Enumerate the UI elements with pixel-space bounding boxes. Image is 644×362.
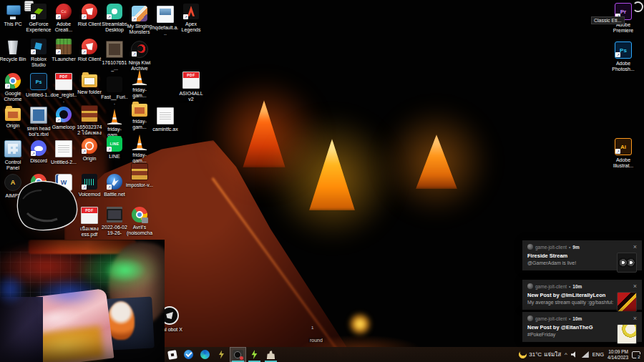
notification-app-name: game-jolt-client: [535, 316, 567, 321]
close-icon[interactable]: ×: [633, 244, 637, 250]
webcam-overlay: [0, 240, 165, 362]
game-jolt-app-icon: [527, 315, 533, 321]
notification-thumbnail: [617, 253, 637, 273]
toast-notification[interactable]: game-jolt-client • 10m × New Post by @Im…: [522, 280, 642, 310]
tooltip: Classic Eti...: [591, 16, 625, 24]
notification-thumbnail: [617, 292, 637, 312]
notification-time: 10m: [572, 316, 582, 321]
notification-app-name: game-jolt-client: [535, 245, 567, 250]
notification-header: game-jolt-client • 10m ×: [527, 315, 637, 321]
notification-header: game-jolt-client • 9m ×: [527, 244, 637, 250]
webcam-vignette: [0, 240, 165, 362]
notification-time: 9m: [572, 245, 579, 250]
notification-app-name: game-jolt-client: [535, 284, 567, 289]
desktop-screen: 1 round This PC GeForce Experience Cc Ad…: [0, 0, 644, 362]
notification-separator: •: [569, 316, 570, 321]
game-jolt-app-icon: [527, 244, 533, 250]
close-icon[interactable]: ×: [633, 315, 637, 321]
notification-separator: •: [569, 284, 570, 289]
notification-separator: •: [569, 245, 570, 250]
notification-header: game-jolt-client • 10m ×: [527, 283, 637, 289]
game-jolt-app-icon: [527, 283, 533, 289]
notification-time: 10m: [572, 284, 582, 289]
toast-notification[interactable]: game-jolt-client • 9m × Fireside Stream …: [522, 240, 642, 270]
close-icon[interactable]: ×: [633, 283, 637, 289]
notification-thumbnail: [617, 324, 637, 344]
toast-notification[interactable]: game-jolt-client • 10m × New Post by @Ei…: [522, 312, 642, 342]
